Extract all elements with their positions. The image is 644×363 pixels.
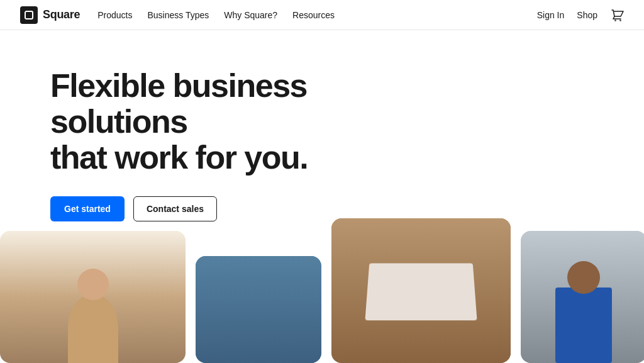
hero-image-laptop [331, 218, 511, 363]
hero-image-man [521, 231, 644, 363]
hero-images-row [0, 218, 644, 363]
hero-image-woman [0, 231, 186, 363]
laptop-visual [331, 218, 511, 363]
logo-text: Square [43, 8, 80, 21]
contact-sales-button[interactable]: Contact sales [133, 196, 217, 221]
nav-link-why-square[interactable]: Why Square? [224, 10, 277, 20]
hero-title: Flexible business solutions that work fo… [50, 68, 377, 176]
hero-content: Flexible business solutions that work fo… [50, 68, 377, 221]
navbar-left: Square Products Business Types Why Squar… [20, 6, 335, 24]
man-blue-visual [521, 231, 644, 363]
hand-receipt-visual [196, 256, 321, 363]
logo[interactable]: Square [20, 6, 80, 24]
navbar: Square Products Business Types Why Squar… [0, 0, 644, 30]
hero-buttons: Get started Contact sales [50, 196, 377, 221]
square-logo-icon [20, 6, 38, 24]
nav-link-products[interactable]: Products [97, 10, 132, 20]
hero-section: Flexible business solutions that work fo… [0, 30, 644, 363]
svg-rect-0 [25, 11, 33, 19]
signin-link[interactable]: Sign In [537, 10, 565, 20]
woman-silhouette [0, 231, 186, 363]
cart-icon[interactable] [610, 8, 624, 22]
nav-links: Products Business Types Why Square? Reso… [97, 10, 335, 20]
shop-link[interactable]: Shop [577, 10, 597, 20]
nav-link-business-types[interactable]: Business Types [147, 10, 209, 20]
hero-image-hand-receipt [196, 256, 321, 363]
nav-link-resources[interactable]: Resources [292, 10, 335, 20]
get-started-button[interactable]: Get started [50, 196, 125, 221]
navbar-right: Sign In Shop [537, 8, 624, 22]
